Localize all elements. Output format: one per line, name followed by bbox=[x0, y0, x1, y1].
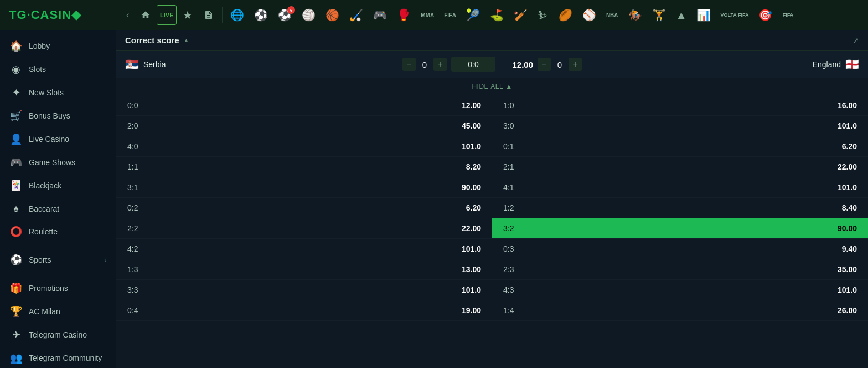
score-row[interactable]: 1:28.40 bbox=[492, 198, 868, 218]
score-odds: 16.00 bbox=[838, 101, 857, 110]
score-row[interactable]: 3:290.00 bbox=[492, 218, 868, 239]
score-row[interactable]: 3:0101.0 bbox=[492, 116, 868, 136]
sidebar-item-label: Roulette bbox=[29, 227, 106, 236]
sidebar-item-new-slots[interactable]: ✦ New Slots bbox=[0, 81, 116, 104]
nav-weights-button[interactable]: 🏋 bbox=[648, 5, 670, 25]
score-row[interactable]: 3:190.00 bbox=[116, 177, 492, 198]
score-odds: 12.00 bbox=[462, 101, 481, 110]
score-row[interactable]: 3:3101.0 bbox=[116, 280, 492, 300]
nav-chart-button[interactable]: 📊 bbox=[693, 5, 715, 25]
sidebar-item-roulette[interactable]: ⭕ Roulette bbox=[0, 220, 116, 243]
nav-baseball-button[interactable]: ⚾ bbox=[578, 5, 601, 25]
score-odds: 90.00 bbox=[838, 224, 857, 233]
right-increment-button[interactable]: + bbox=[569, 58, 582, 71]
nav-volleyball-button[interactable]: 🏐 bbox=[297, 5, 320, 25]
nav-triangle-button[interactable]: ▲ bbox=[671, 5, 691, 25]
sidebar-item-promotions[interactable]: 🎁 Promotions bbox=[0, 277, 116, 300]
sidebar-item-label: Slots bbox=[29, 65, 106, 74]
score-row[interactable]: 1:016.00 bbox=[492, 95, 868, 116]
sidebar-item-label: Telegram Community bbox=[29, 354, 106, 362]
nav-mma-button[interactable]: MMA bbox=[416, 5, 438, 25]
nav-basketball-button[interactable]: 🏀 bbox=[321, 5, 344, 25]
telegram-icon: ✈ bbox=[10, 329, 22, 341]
left-decrement-button[interactable]: − bbox=[402, 58, 416, 71]
logo: TG·CASIN◆ bbox=[9, 8, 81, 22]
score-label: 4:1 bbox=[503, 183, 514, 192]
nav-tennis-button[interactable]: 🎾 bbox=[462, 5, 484, 25]
baccarat-icon: ♠ bbox=[10, 203, 22, 214]
score-row[interactable]: 0:39.40 bbox=[492, 239, 868, 259]
left-increment-button[interactable]: + bbox=[433, 58, 447, 71]
sidebar-item-lobby[interactable]: 🏠 Lobby bbox=[0, 34, 116, 58]
sidebar-item-sports[interactable]: ⚽ Sports ‹ bbox=[0, 248, 116, 272]
score-row[interactable]: 1:426.00 bbox=[492, 300, 868, 321]
hide-all-button[interactable]: HIDE ALL ▲ bbox=[472, 83, 512, 90]
score-label: 3:0 bbox=[503, 121, 514, 130]
score-row[interactable]: 4:2101.0 bbox=[116, 239, 492, 259]
nav-cricket-button[interactable]: 🏏 bbox=[509, 5, 532, 25]
nav-live-button[interactable]: LIVE bbox=[157, 5, 177, 25]
blackjack-icon: 🃏 bbox=[10, 180, 22, 192]
left-score-controls: − 0 + bbox=[402, 58, 447, 71]
score-label: 2:2 bbox=[127, 224, 138, 233]
sidebar-item-bonus-buys[interactable]: 🛒 Bonus Buys bbox=[0, 104, 116, 127]
sports-icon: ⚽ bbox=[10, 254, 22, 266]
score-odds: 101.0 bbox=[462, 285, 481, 294]
sidebar-item-telegram-community[interactable]: 👥 Telegram Community bbox=[0, 346, 116, 368]
promotions-icon: 🎁 bbox=[10, 282, 22, 294]
nav-ski-button[interactable]: ⛷ bbox=[533, 5, 553, 25]
score-row[interactable]: 4:0101.0 bbox=[116, 136, 492, 157]
score-row[interactable]: 0:012.00 bbox=[116, 95, 492, 116]
nav-soccer1-button[interactable]: 🌐 bbox=[226, 5, 249, 25]
score-odds: 8.40 bbox=[842, 203, 857, 212]
sidebar-item-slots[interactable]: ◉ Slots bbox=[0, 58, 116, 81]
score-row[interactable]: 0:419.00 bbox=[116, 300, 492, 321]
nav-volta-button[interactable]: VOLTA FIFA bbox=[716, 5, 753, 25]
sidebar-item-telegram-casino[interactable]: ✈ Telegram Casino bbox=[0, 323, 116, 346]
score-row[interactable]: 0:26.20 bbox=[116, 198, 492, 218]
left-score-value: 0 bbox=[419, 60, 430, 69]
pin-icon[interactable]: ⤢ bbox=[852, 36, 859, 45]
sidebar-item-label: Promotions bbox=[29, 284, 106, 293]
nav-home-button[interactable] bbox=[136, 5, 156, 25]
roulette-icon: ⭕ bbox=[10, 226, 22, 238]
score-row[interactable]: 2:222.00 bbox=[116, 218, 492, 239]
score-label: 0:0 bbox=[127, 101, 138, 110]
collapse-sidebar-button[interactable]: ‹ bbox=[121, 7, 135, 23]
nav-rugby-button[interactable]: 🏉 bbox=[554, 5, 577, 25]
logo-area: TG·CASIN◆ bbox=[0, 0, 116, 30]
score-row[interactable]: 0:16.20 bbox=[492, 136, 868, 157]
nav-boxing-button[interactable]: 🥊 bbox=[392, 5, 415, 25]
nav-horse-button[interactable]: 🏇 bbox=[624, 5, 647, 25]
score-row[interactable]: 2:045.00 bbox=[116, 116, 492, 136]
nav-target-button[interactable]: 🎯 bbox=[754, 5, 777, 25]
score-label: 3:3 bbox=[127, 285, 138, 294]
nav-hockey-button[interactable]: 🏑 bbox=[345, 5, 368, 25]
score-row[interactable]: 4:3101.0 bbox=[492, 280, 868, 300]
score-row[interactable]: 2:335.00 bbox=[492, 259, 868, 280]
sidebar-item-game-shows[interactable]: 🎮 Game Shows bbox=[0, 151, 116, 174]
nav-betslip-button[interactable] bbox=[199, 5, 219, 25]
right-decrement-button[interactable]: − bbox=[538, 58, 551, 71]
sidebar-item-live-casino[interactable]: 👤 Live Casino bbox=[0, 127, 116, 151]
nav-esports-button[interactable]: 🎮 bbox=[369, 5, 391, 25]
score-label: 0:3 bbox=[503, 244, 514, 253]
score-odds: 6.20 bbox=[466, 203, 481, 212]
score-row[interactable]: 2:122.00 bbox=[492, 157, 868, 177]
nav-soccer2-button[interactable]: ⚽ bbox=[250, 5, 272, 25]
logo-diamond: ◆ bbox=[71, 8, 81, 22]
nav-fifa-button[interactable]: FIFA bbox=[440, 5, 461, 25]
nav-favorites-button[interactable]: ★ bbox=[178, 5, 198, 25]
nav-golf-button[interactable]: ⛳ bbox=[485, 5, 508, 25]
nav-fifa2-button[interactable]: FIFA bbox=[778, 5, 798, 25]
score-display[interactable]: 0:0 bbox=[451, 57, 495, 72]
sidebar-item-baccarat[interactable]: ♠ Baccarat bbox=[0, 197, 116, 220]
sidebar-item-ac-milan[interactable]: 🏆 AC Milan bbox=[0, 300, 116, 323]
nav-soccer3-button[interactable]: ⚽6 bbox=[273, 5, 296, 25]
score-row[interactable]: 4:1101.0 bbox=[492, 177, 868, 198]
score-row[interactable]: 1:313.00 bbox=[116, 259, 492, 280]
sidebar-item-blackjack[interactable]: 🃏 Blackjack bbox=[0, 174, 116, 197]
nav-nba-button[interactable]: NBA bbox=[602, 5, 623, 25]
game-shows-icon: 🎮 bbox=[10, 156, 22, 168]
score-row[interactable]: 1:18.20 bbox=[116, 157, 492, 177]
